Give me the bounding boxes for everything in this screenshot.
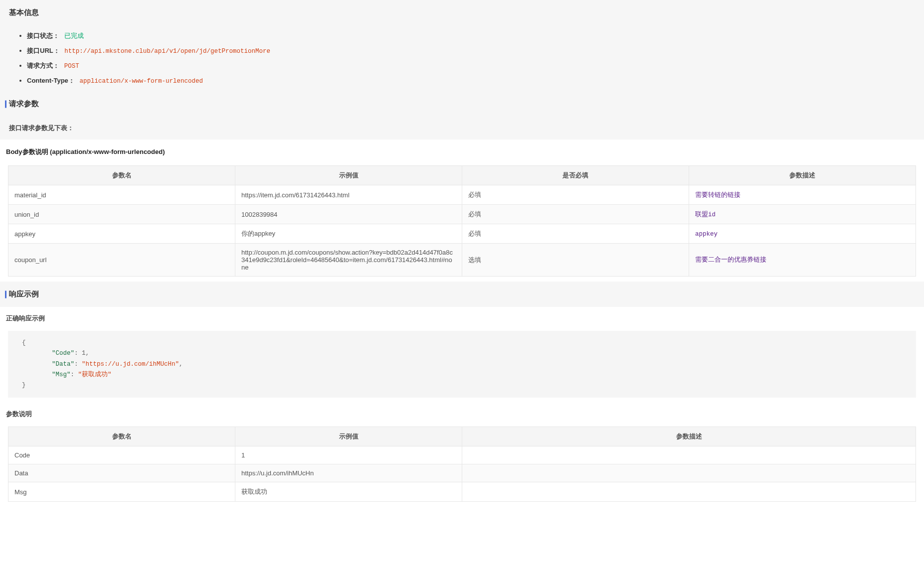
table-row: Datahttps://u.jd.com/ihMUcHn bbox=[8, 464, 916, 482]
cell-param-name: Data bbox=[8, 464, 235, 482]
cell-required: 必填 bbox=[462, 185, 689, 205]
cell-required: 选填 bbox=[462, 244, 689, 277]
basic-info-list: 接口状态： 已完成 接口URL： http://api.mkstone.club… bbox=[0, 25, 924, 91]
request-params-caption: 接口请求参数见下表： bbox=[0, 117, 924, 140]
table-row: coupon_urlhttp://coupon.m.jd.com/coupons… bbox=[8, 244, 916, 277]
cell-param-name: Code bbox=[8, 446, 235, 464]
info-value-contenttype: application/x-www-form-urlencoded bbox=[76, 78, 203, 85]
cell-desc: 需要转链的链接 bbox=[689, 185, 916, 205]
cell-example: 你的appkey bbox=[235, 224, 462, 244]
cell-desc bbox=[462, 482, 916, 502]
info-label: 接口URL： bbox=[27, 47, 60, 54]
response-params-table: 参数名 示例值 参数描述 Code1Datahttps://u.jd.com/i… bbox=[8, 427, 916, 502]
response-json-block: { "Code": 1, "Data": "https://u.jd.com/i… bbox=[8, 331, 916, 398]
cell-example: 1 bbox=[235, 446, 462, 464]
info-item: Content-Type： application/x-www-form-url… bbox=[27, 73, 924, 88]
info-item: 请求方式： POST bbox=[27, 58, 924, 73]
body-params-heading: Body参数说明 (application/x-www-form-urlenco… bbox=[0, 140, 924, 161]
cell-example: 1002839984 bbox=[235, 205, 462, 224]
cell-param-name: coupon_url bbox=[8, 244, 235, 277]
info-value-status: 已完成 bbox=[61, 32, 84, 39]
cell-desc: appkey bbox=[689, 224, 916, 244]
table-row: Code1 bbox=[8, 446, 916, 464]
col-header: 参数描述 bbox=[462, 427, 916, 446]
table-row: Msg获取成功 bbox=[8, 482, 916, 502]
cell-desc bbox=[462, 446, 916, 464]
cell-required: 必填 bbox=[462, 224, 689, 244]
cell-param-name: union_id bbox=[8, 205, 235, 224]
table-row: union_id1002839984必填联盟id bbox=[8, 205, 916, 224]
col-header: 参数描述 bbox=[689, 166, 916, 185]
info-value-url: http://api.mkstone.club/api/v1/open/jd/g… bbox=[61, 48, 270, 55]
cell-param-name: material_id bbox=[8, 185, 235, 205]
cell-desc: 联盟id bbox=[689, 205, 916, 224]
info-item: 接口状态： 已完成 bbox=[27, 28, 924, 43]
info-label: 请求方式： bbox=[27, 62, 59, 69]
info-item: 接口URL： http://api.mkstone.club/api/v1/op… bbox=[27, 43, 924, 58]
request-params-title: 请求参数 bbox=[0, 91, 924, 117]
response-example-title: 响应示例 bbox=[0, 282, 924, 307]
info-label: 接口状态： bbox=[27, 32, 59, 39]
cell-required: 必填 bbox=[462, 205, 689, 224]
cell-desc: 需要二合一的优惠券链接 bbox=[689, 244, 916, 277]
cell-param-name: appkey bbox=[8, 224, 235, 244]
cell-param-name: Msg bbox=[8, 482, 235, 502]
col-header: 参数名 bbox=[8, 427, 235, 446]
col-header: 参数名 bbox=[8, 166, 235, 185]
cell-example: 获取成功 bbox=[235, 482, 462, 502]
cell-example: https://u.jd.com/ihMUcHn bbox=[235, 464, 462, 482]
col-header: 示例值 bbox=[235, 166, 462, 185]
cell-example: https://item.jd.com/61731426443.html bbox=[235, 185, 462, 205]
cell-example: http://coupon.m.jd.com/coupons/show.acti… bbox=[235, 244, 462, 277]
info-value-method: POST bbox=[61, 63, 79, 70]
col-header: 是否必填 bbox=[462, 166, 689, 185]
response-param-heading: 参数说明 bbox=[0, 403, 924, 423]
basic-info-title: 基本信息 bbox=[0, 0, 924, 25]
info-label: Content-Type： bbox=[27, 77, 75, 84]
col-header: 示例值 bbox=[235, 427, 462, 446]
table-row: appkey你的appkey必填appkey bbox=[8, 224, 916, 244]
response-ok-heading: 正确响应示例 bbox=[0, 307, 924, 327]
request-params-table: 参数名 示例值 是否必填 参数描述 material_idhttps://ite… bbox=[8, 165, 916, 277]
table-row: material_idhttps://item.jd.com/617314264… bbox=[8, 185, 916, 205]
cell-desc bbox=[462, 464, 916, 482]
